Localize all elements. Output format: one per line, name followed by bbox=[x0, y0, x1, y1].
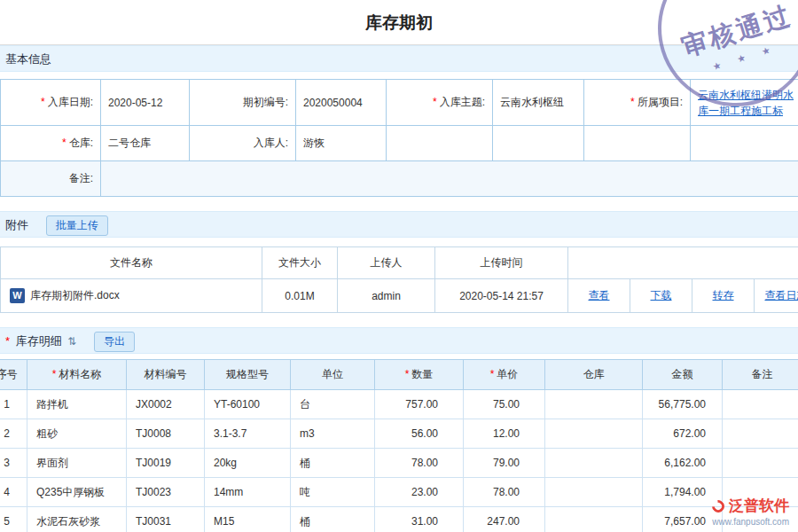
fanpu-logo-icon bbox=[709, 497, 727, 515]
col-remark: 备注 bbox=[723, 360, 798, 390]
col-file-name: 文件名称 bbox=[1, 247, 262, 279]
download-link[interactable]: 下载 bbox=[651, 289, 672, 301]
cell-unit-price: 247.00 bbox=[464, 507, 545, 532]
cell-remark bbox=[723, 390, 798, 419]
col-upload-time: 上传时间 bbox=[435, 247, 568, 279]
col-amount: 金额 bbox=[643, 360, 723, 390]
ruku-date-value: 2020-05-12 bbox=[101, 80, 190, 126]
attachment-name: 库存期初附件.docx bbox=[30, 289, 120, 301]
cell-spec: 3.1-3.7 bbox=[205, 419, 291, 449]
col-actions bbox=[568, 247, 798, 279]
details-title: 库存明细 bbox=[16, 334, 62, 348]
details-header-row: 序号 *材料名称 材料编号 规格型号 单位 *数量 *单价 仓库 金额 备注 bbox=[0, 360, 798, 390]
basic-info-section-header: 基本信息 bbox=[0, 45, 798, 72]
attachment-time: 2020-05-14 21:57 bbox=[435, 279, 568, 313]
cell-quantity: 757.00 bbox=[375, 390, 464, 419]
col-unit: 单位 bbox=[291, 360, 375, 390]
detail-row: 1 路拌机 JX0002 YT-60100 台 757.00 75.00 56,… bbox=[0, 390, 798, 419]
cell-amount: 6,162.00 bbox=[643, 449, 723, 478]
attachment-uploader: admin bbox=[338, 279, 435, 313]
cell-material-no: TJ0019 bbox=[127, 449, 205, 478]
cell-quantity: 78.00 bbox=[375, 449, 464, 478]
cell-quantity: 31.00 bbox=[375, 507, 464, 532]
details-table: 序号 *材料名称 材料编号 规格型号 单位 *数量 *单价 仓库 金额 备注 1… bbox=[0, 359, 798, 532]
cell-unit: 桶 bbox=[291, 507, 375, 532]
action-cell: 下载 bbox=[630, 279, 692, 313]
sort-icon[interactable]: ⇅ bbox=[67, 335, 76, 348]
page-title: 库存期初 bbox=[0, 0, 798, 44]
detail-row: 4 Q235中厚钢板 TJ0023 14mm 吨 23.00 78.00 1,7… bbox=[0, 478, 798, 507]
cell-unit-price: 78.00 bbox=[464, 478, 545, 507]
action-cell: 查看日志 bbox=[755, 279, 798, 313]
attachments-table: 文件名称 文件大小 上传人 上传时间 W库存期初附件.docx 0.01M ad… bbox=[0, 246, 798, 313]
ruku-person-value: 游恢 bbox=[296, 126, 387, 161]
cell-material-no: JX0002 bbox=[127, 390, 205, 419]
basic-info-form: *入库日期: 2020-05-12 期初编号: 2020050004 *入库主题… bbox=[0, 79, 798, 197]
cell-material-name: 路拌机 bbox=[27, 390, 127, 419]
cell-remark bbox=[723, 419, 798, 449]
cell-warehouse bbox=[545, 419, 643, 449]
col-quantity: *数量 bbox=[375, 360, 464, 390]
required-mark: * bbox=[490, 368, 495, 380]
col-material-no: 材料编号 bbox=[127, 360, 205, 390]
attachment-row: W库存期初附件.docx 0.01M admin 2020-05-14 21:5… bbox=[1, 279, 798, 313]
cell-unit: 吨 bbox=[291, 478, 375, 507]
detail-row: 2 粗砂 TJ0008 3.1-3.7 m3 56.00 12.00 672.0… bbox=[0, 419, 798, 449]
cell-spec: YT-60100 bbox=[205, 390, 291, 419]
ruku-subject-label: *入库主题: bbox=[387, 80, 493, 126]
attachment-size: 0.01M bbox=[262, 279, 338, 313]
required-mark: * bbox=[52, 368, 57, 380]
attachments-section-header: 附件 批量上传 bbox=[0, 211, 798, 238]
transfer-link[interactable]: 转存 bbox=[713, 289, 734, 301]
required-mark: * bbox=[62, 137, 66, 149]
detail-row: 5 水泥石灰砂浆 TJ0031 M15 桶 31.00 247.00 7,657… bbox=[0, 507, 798, 532]
cell-amount: 56,775.00 bbox=[643, 390, 723, 419]
warehouse-label: *仓库: bbox=[1, 126, 101, 161]
view-link[interactable]: 查看 bbox=[589, 289, 610, 301]
cell-unit-price: 12.00 bbox=[464, 419, 545, 449]
cell-spec: 14mm bbox=[205, 478, 291, 507]
ruku-date-label: *入库日期: bbox=[1, 80, 101, 126]
cell-material-no: TJ0031 bbox=[127, 507, 205, 532]
cell-quantity: 56.00 bbox=[375, 419, 464, 449]
cell-unit: 台 bbox=[291, 390, 375, 419]
export-button[interactable]: 导出 bbox=[94, 332, 135, 352]
cell-seq: 2 bbox=[0, 419, 27, 449]
cell-spec: 20kg bbox=[205, 449, 291, 478]
col-warehouse: 仓库 bbox=[545, 360, 643, 390]
batch-upload-button[interactable]: 批量上传 bbox=[46, 215, 108, 236]
details-table-wrap: 序号 *材料名称 材料编号 规格型号 单位 *数量 *单价 仓库 金额 备注 1… bbox=[0, 359, 798, 532]
cell-quantity: 23.00 bbox=[375, 478, 464, 507]
cell-material-name: Q235中厚钢板 bbox=[27, 478, 127, 507]
empty-cell bbox=[691, 126, 798, 161]
remark-value bbox=[101, 161, 798, 197]
required-mark: * bbox=[630, 96, 635, 108]
cell-seq: 4 bbox=[0, 478, 27, 507]
cell-warehouse bbox=[545, 478, 643, 507]
cell-material-no: TJ0008 bbox=[127, 419, 205, 449]
word-doc-icon: W bbox=[10, 288, 25, 303]
attachment-name-cell: W库存期初附件.docx bbox=[1, 279, 262, 313]
action-cell: 查看 bbox=[568, 279, 630, 313]
project-link[interactable]: 云南水利枢纽潜明水库一期工程施工标 bbox=[698, 87, 798, 119]
empty-cell bbox=[493, 126, 584, 161]
remark-label: 备注: bbox=[1, 161, 101, 197]
qichu-no-label: 期初编号: bbox=[190, 80, 296, 126]
cell-material-name: 水泥石灰砂浆 bbox=[27, 507, 127, 532]
cell-amount: 672.00 bbox=[643, 419, 723, 449]
empty-cell bbox=[584, 126, 691, 161]
project-label: *所属项目: bbox=[584, 80, 691, 126]
cell-unit-price: 79.00 bbox=[464, 449, 545, 478]
required-mark: * bbox=[41, 96, 45, 108]
view-log-link[interactable]: 查看日志 bbox=[765, 289, 798, 301]
cell-unit: 桶 bbox=[291, 449, 375, 478]
detail-row: 3 界面剂 TJ0019 20kg 桶 78.00 79.00 6,162.00 bbox=[0, 449, 798, 478]
details-section-header: * 库存明细 ⇅ 导出 bbox=[0, 327, 798, 354]
cell-material-no: TJ0023 bbox=[127, 478, 205, 507]
cell-seq: 3 bbox=[0, 449, 27, 478]
cell-warehouse bbox=[545, 449, 643, 478]
vendor-brand: 泛普软件 www.fanpusoft.com bbox=[712, 496, 789, 527]
ruku-subject-value: 云南水利枢纽 bbox=[493, 80, 584, 126]
required-mark: * bbox=[433, 96, 437, 108]
col-seq: 序号 bbox=[0, 360, 27, 390]
